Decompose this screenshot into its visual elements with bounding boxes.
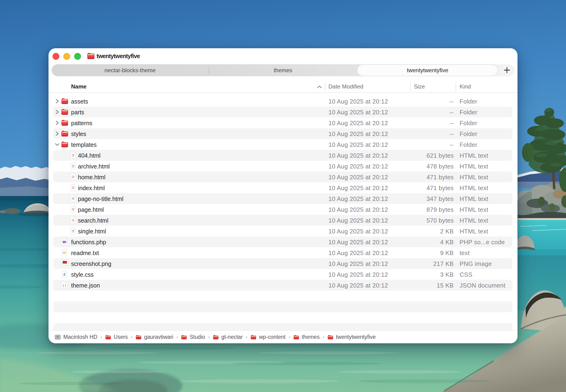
svg-text:#: # [63, 272, 65, 277]
svg-text:{ }: { } [63, 283, 66, 287]
